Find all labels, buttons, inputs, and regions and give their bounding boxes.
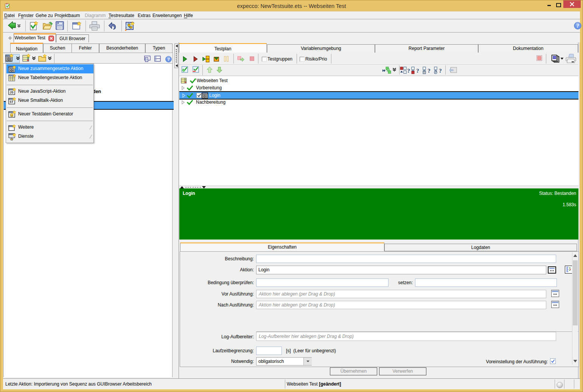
svg-text:?: ?: [167, 57, 169, 62]
svg-text:?: ?: [407, 68, 410, 74]
svg-text:?: ?: [439, 68, 442, 74]
svg-text:ST: ST: [9, 100, 13, 104]
svg-text:JS: JS: [9, 91, 13, 95]
svg-text:?: ?: [416, 68, 419, 74]
svg-text:?: ?: [428, 68, 431, 74]
svg-text:?: ?: [577, 23, 579, 29]
